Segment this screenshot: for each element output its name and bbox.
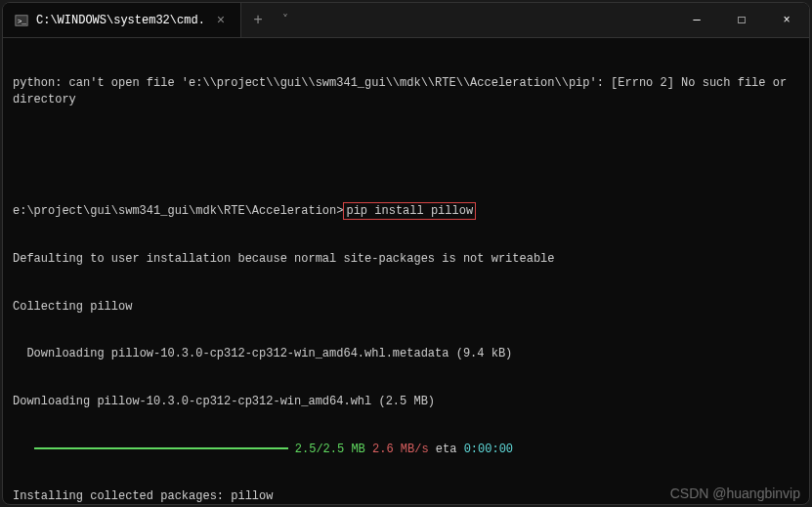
terminal-output[interactable]: python: can't open file 'e:\\project\\gu… <box>3 38 809 504</box>
prompt-path: e:\project\gui\swm341_gui\mdk\RTE\Accele… <box>13 204 343 218</box>
blank-line <box>13 139 799 154</box>
progress-line: 2.5/2.5 MB 2.6 MB/s eta 0:00:00 <box>13 442 799 457</box>
output-line: Collecting pillow <box>13 299 799 315</box>
tab-strip: >_ C:\WINDOWS\system32\cmd. × + ˅ <box>3 3 296 37</box>
output-line: Downloading pillow-10.3.0-cp312-cp312-wi… <box>13 394 799 409</box>
eta-label: eta <box>436 443 457 456</box>
prompt-line: e:\project\gui\swm341_gui\mdk\RTE\Accele… <box>13 202 799 220</box>
error-line: python: can't open file 'e:\\project\\gu… <box>13 75 799 106</box>
tab-cmd[interactable]: >_ C:\WINDOWS\system32\cmd. × <box>3 3 241 37</box>
output-line: Installing collected packages: pillow <box>13 488 799 504</box>
close-button[interactable]: × <box>764 3 809 38</box>
tab-close-button[interactable]: × <box>213 13 229 28</box>
tab-dropdown-button[interactable]: ˅ <box>275 13 296 27</box>
window-controls: — □ × <box>674 3 809 38</box>
cmd-icon: >_ <box>15 14 28 27</box>
maximize-button[interactable]: □ <box>719 3 764 38</box>
progress-speed: 2.6 MB/s <box>372 443 429 456</box>
progress-done: 2.5/2.5 MB <box>295 443 365 456</box>
output-line: Defaulting to user installation because … <box>13 251 799 267</box>
tab-title: C:\WINDOWS\system32\cmd. <box>36 14 205 27</box>
output-line: Downloading pillow-10.3.0-cp312-cp312-wi… <box>13 346 799 361</box>
progress-bar <box>34 447 288 449</box>
new-tab-button[interactable]: + <box>241 12 275 29</box>
titlebar: >_ C:\WINDOWS\system32\cmd. × + ˅ — □ × <box>3 3 809 38</box>
terminal-window: >_ C:\WINDOWS\system32\cmd. × + ˅ — □ × … <box>2 2 810 505</box>
highlight-box: pip install pillow <box>343 202 476 220</box>
minimize-button[interactable]: — <box>674 3 719 38</box>
svg-text:>_: >_ <box>18 16 27 24</box>
eta-time: 0:00:00 <box>464 443 513 456</box>
